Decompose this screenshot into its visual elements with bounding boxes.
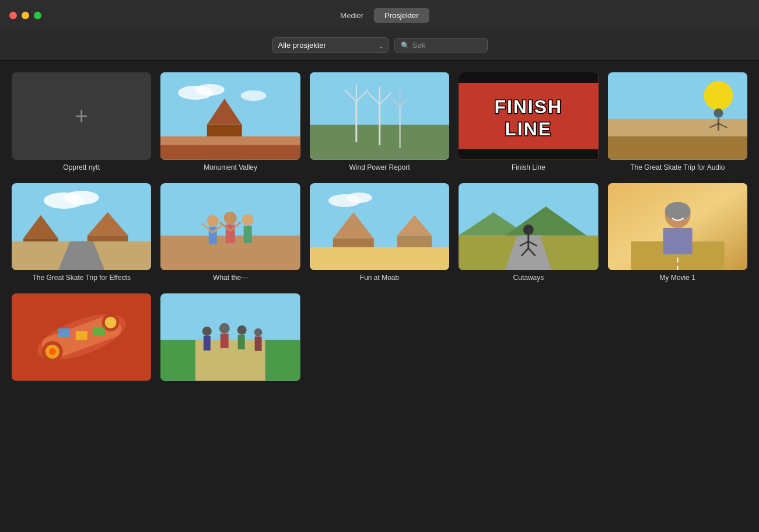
svg-point-29 [704,81,733,110]
filter-wrapper: Alle prosjekter Mine prosjekter [272,37,389,53]
project-label-cutaways: Cutaways [513,274,544,282]
svg-text:LINE: LINE [505,118,552,139]
project-thumbnail-skate-audio [608,72,747,160]
toolbar: Alle prosjekter Mine prosjekter 🔍 [0,30,759,61]
project-thumbnail-my-movie [608,183,747,271]
maximize-button[interactable] [34,12,41,19]
project-thumbnail-fun-moab [310,183,449,271]
project-thumbnail-what-the [160,183,300,271]
project-monument-valley[interactable]: Monument Valley [160,72,300,172]
svg-point-46 [207,215,219,226]
close-button[interactable] [9,12,17,19]
project-label-new: Opprett nytt [63,163,100,172]
svg-rect-7 [160,145,300,160]
project-thumbnail-skate-effects [12,183,151,271]
svg-rect-90 [58,328,70,337]
titlebar: Medier Prosjekter [0,0,759,30]
svg-rect-24 [459,149,598,160]
filter-select[interactable]: Alle prosjekter Mine prosjekter [272,37,389,53]
tab-media[interactable]: Medier [330,8,374,23]
svg-point-48 [224,212,237,225]
svg-point-50 [242,214,254,225]
project-label-skate-audio: The Great Skate Trip for Audio [630,163,725,172]
minimize-button[interactable] [22,12,29,19]
svg-point-58 [347,192,372,203]
svg-rect-80 [663,228,692,254]
project-label-what-the: What the— [213,274,248,282]
project-finish-line[interactable]: FINISH LINE Finish Line [459,72,598,172]
project-thumbnail-bottom-left [12,293,151,381]
svg-rect-23 [459,72,598,83]
svg-point-37 [64,191,99,205]
project-thumbnail-wind-power [310,72,449,160]
svg-point-30 [713,108,723,118]
tab-projects[interactable]: Prosjekter [374,8,429,23]
titlebar-tabs: Medier Prosjekter [330,8,429,23]
svg-point-81 [664,202,690,220]
project-label-finish-line: Finish Line [512,163,545,172]
project-skate-audio[interactable]: The Great Skate Trip for Audio [608,72,747,172]
project-label-monument-valley: Monument Valley [204,163,257,172]
plus-icon: + [75,104,88,128]
svg-rect-51 [244,225,252,243]
main-content: + Opprett nytt [0,61,759,532]
svg-text:FINISH: FINISH [495,96,563,117]
svg-rect-99 [221,334,229,348]
project-thumbnail-finish-line: FINISH LINE [459,72,598,160]
project-thumbnail-monument-valley [160,72,300,160]
svg-point-69 [523,224,534,235]
project-wind-power[interactable]: Wind Power Report [310,72,449,172]
project-fun-moab[interactable]: Fun at Moab [310,183,449,282]
svg-point-2 [195,84,225,96]
project-bottom-left[interactable] [12,293,151,384]
svg-point-98 [219,323,230,334]
search-box: 🔍 [394,38,488,52]
project-thumbnail-cutaways [459,183,598,271]
project-my-movie[interactable]: My Movie 1 [608,183,747,282]
svg-rect-101 [238,335,245,349]
svg-point-89 [105,317,117,328]
svg-point-100 [237,326,247,335]
svg-rect-97 [204,336,211,351]
project-skate-effects[interactable]: The Great Skate Trip for Effects [12,183,151,282]
search-input[interactable] [412,41,477,50]
svg-point-3 [241,90,267,101]
svg-rect-63 [310,247,449,270]
svg-rect-34 [608,136,747,160]
project-what-the[interactable]: What the— [160,183,300,282]
traffic-lights [9,12,41,19]
svg-point-102 [254,328,263,337]
project-label-skate-effects: The Great Skate Trip for Effects [32,274,131,282]
project-label-my-movie: My Movie 1 [660,274,695,282]
project-label-wind-power: Wind Power Report [349,163,410,172]
project-cutaways[interactable]: Cutaways [459,183,598,282]
projects-grid: + Opprett nytt [12,72,747,384]
search-icon: 🔍 [401,41,410,50]
project-new[interactable]: + Opprett nytt [12,72,151,172]
svg-point-87 [49,348,56,355]
new-project-thumbnail: + [12,72,151,160]
project-label-fun-moab: Fun at Moab [360,274,399,282]
svg-rect-91 [76,331,88,340]
svg-point-96 [202,327,212,336]
project-bottom-right[interactable] [160,293,300,384]
svg-rect-103 [255,337,262,351]
project-thumbnail-bottom-right [160,293,300,381]
svg-rect-92 [93,327,105,336]
